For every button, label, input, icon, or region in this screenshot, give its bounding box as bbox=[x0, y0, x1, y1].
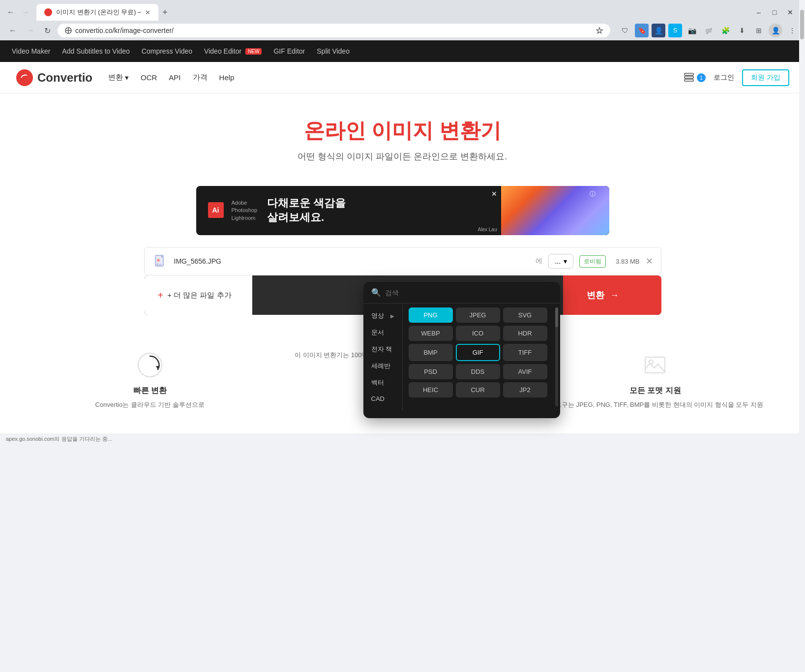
popup-cat-video[interactable]: 영상 ▶ bbox=[363, 307, 402, 324]
signup-button[interactable]: 회원 가입 bbox=[742, 69, 789, 86]
nav-refresh-btn[interactable]: ↻ bbox=[41, 24, 54, 37]
accounts-icon[interactable]: 👤 bbox=[652, 24, 665, 37]
download-icon[interactable]: ⬇ bbox=[735, 24, 749, 37]
topnav-add-subtitles[interactable]: Add Subtitles to Video bbox=[62, 47, 130, 55]
feature-title-1: 빠른 변환 bbox=[31, 386, 268, 396]
popup-cat-vector[interactable]: 벡터 bbox=[363, 374, 402, 391]
format-btn-heic[interactable]: HEIC bbox=[409, 382, 453, 397]
skype-icon[interactable]: S bbox=[668, 24, 682, 37]
login-button[interactable]: 로그인 bbox=[714, 73, 734, 82]
bookmark-icon[interactable]: 🔖 bbox=[635, 24, 649, 37]
topnav-compress-video[interactable]: Compress Video bbox=[142, 47, 192, 55]
popup-cat-doc[interactable]: 문서 bbox=[363, 324, 402, 341]
nav-ocr[interactable]: OCR bbox=[141, 73, 157, 82]
format-btn-svg[interactable]: SVG bbox=[503, 307, 547, 323]
logo[interactable]: Convertio bbox=[16, 69, 92, 87]
cat-arrow-icon: ▶ bbox=[390, 313, 394, 319]
browser-forward[interactable]: → bbox=[19, 6, 32, 19]
topnav-gif-editor[interactable]: GIF Editor bbox=[273, 47, 305, 55]
site-identity-icon bbox=[64, 27, 72, 34]
format-btn-jp2[interactable]: JP2 bbox=[503, 382, 547, 397]
hero-title: 온라인 이미지 변환기 bbox=[10, 117, 795, 145]
new-tab-button[interactable]: + bbox=[158, 5, 172, 20]
scrollbar-thumb bbox=[800, 10, 804, 39]
format-btn-psd[interactable]: PSD bbox=[409, 364, 453, 379]
ad-photographer: Alex Lau bbox=[478, 227, 497, 232]
hero-subtitle: 어떤 형식의 이미지 파일이든 온라인으로 변환하세요. bbox=[10, 151, 795, 162]
ad-info-icon[interactable]: ⓘ bbox=[590, 190, 596, 198]
add-files-label: + 더 많은 파일 추가 bbox=[167, 291, 231, 300]
nav-help[interactable]: Help bbox=[219, 73, 235, 82]
nav-pricing[interactable]: 가격 bbox=[193, 73, 208, 82]
menu-icon[interactable]: ⋮ bbox=[785, 24, 799, 37]
header-nav: 변환 ▾ OCR API 가격 Help bbox=[108, 73, 234, 82]
feature-all-formats: 모든 포맷 지원 이 도구는 JPEG, PNG, TIFF, BMP를 비롯한… bbox=[537, 350, 774, 410]
extensions-icon[interactable]: 🧩 bbox=[718, 24, 732, 37]
star-icon[interactable] bbox=[596, 27, 603, 34]
topnav-video-editor[interactable]: Video Editor NEW bbox=[204, 47, 262, 55]
format-btn-png[interactable]: PNG bbox=[409, 307, 453, 323]
topnav-split-video[interactable]: Split Video bbox=[317, 47, 350, 55]
tab-favicon bbox=[44, 8, 52, 16]
nav-forward-btn[interactable]: → bbox=[24, 24, 37, 37]
extra-icon1[interactable]: gif bbox=[702, 24, 716, 37]
status-text: apex.go.sonobi.com의 응답을 기다리는 중... bbox=[6, 435, 112, 443]
camera-icon[interactable]: 📷 bbox=[685, 24, 699, 37]
browser-back[interactable]: ← bbox=[4, 6, 18, 19]
address-bar[interactable]: convertio.co/kr/image-converter/ bbox=[58, 24, 610, 37]
format-btn-gif[interactable]: GIF bbox=[456, 344, 500, 361]
ad-close-icon[interactable]: ✕ bbox=[491, 190, 497, 198]
feature-icon-image bbox=[640, 350, 670, 380]
browser-tab-active[interactable]: 이미지 변환기 (온라인 무료) – ✕ bbox=[36, 4, 158, 21]
popup-scrollbar[interactable] bbox=[555, 307, 558, 406]
add-files-btn[interactable]: + + 더 많은 파일 추가 bbox=[144, 275, 252, 315]
format-btn-cur[interactable]: CUR bbox=[456, 382, 500, 397]
popup-categories: 영상 ▶ 문서 전자 책 세례반 벡터 bbox=[363, 304, 403, 410]
popup-search-input[interactable] bbox=[385, 289, 552, 297]
chevron-down-icon: ▾ bbox=[125, 73, 129, 82]
format-btn-bmp[interactable]: BMP bbox=[409, 344, 453, 361]
status-badge: 로비됨 bbox=[579, 255, 606, 268]
popup-cat-ebook[interactable]: 전자 책 bbox=[363, 341, 402, 358]
maximize-button[interactable]: □ bbox=[768, 5, 781, 19]
topnav-video-maker[interactable]: Video Maker bbox=[12, 47, 50, 55]
svg-point-3 bbox=[16, 69, 33, 86]
feature-desc-3: 이 도구는 JPEG, PNG, TIFF, BMP를 비롯한 현대의 이미지 … bbox=[537, 400, 774, 410]
convert-label: 변환 bbox=[587, 289, 604, 301]
close-button[interactable]: ✕ bbox=[783, 5, 797, 19]
address-text: convertio.co/kr/image-converter/ bbox=[75, 27, 593, 34]
scrollbar-right[interactable] bbox=[799, 0, 805, 672]
shield-icon[interactable]: 🛡 bbox=[618, 24, 632, 37]
file-remove-btn[interactable]: ✕ bbox=[646, 256, 653, 267]
feature-icon-refresh bbox=[135, 350, 165, 380]
format-selector-btn[interactable]: ... ▾ bbox=[548, 254, 573, 269]
popup-cat-cad[interactable]: CAD bbox=[363, 391, 402, 406]
site-topnav: Video Maker Add Subtitles to Video Compr… bbox=[0, 40, 805, 62]
format-popup: 🔍 영상 ▶ 문서 전자 책 bbox=[363, 282, 560, 418]
popup-formats-grid: PNG JPEG SVG WEBP ICO HDR BMP GIF TIFF P… bbox=[403, 304, 553, 410]
svg-point-10 bbox=[157, 259, 160, 262]
nav-back-btn[interactable]: ← bbox=[6, 24, 20, 37]
browser-frame: ← → 이미지 변환기 (온라인 무료) – ✕ + – □ ✕ ← → ↻ c… bbox=[0, 0, 805, 40]
popup-search-icon: 🔍 bbox=[371, 288, 381, 297]
format-btn-avif[interactable]: AVIF bbox=[503, 364, 547, 379]
nav-api[interactable]: API bbox=[169, 73, 180, 82]
format-btn-dds[interactable]: DDS bbox=[456, 364, 500, 379]
format-btn-hdr[interactable]: HDR bbox=[503, 326, 547, 341]
format-btn-tiff[interactable]: TIFF bbox=[503, 344, 547, 361]
convert-arrow-icon: → bbox=[610, 290, 619, 301]
ad-brand-text: Adobe Photoshop Lightroom bbox=[232, 199, 258, 222]
minimize-button[interactable]: – bbox=[752, 5, 766, 19]
popup-cat-baptism[interactable]: 세례반 bbox=[363, 358, 402, 374]
badge-count: 1 bbox=[697, 73, 706, 82]
tab-close-icon[interactable]: ✕ bbox=[145, 9, 150, 16]
format-btn-webp[interactable]: WEBP bbox=[409, 326, 453, 341]
format-btn-ico[interactable]: ICO bbox=[456, 326, 500, 341]
nav-convert[interactable]: 변환 ▾ bbox=[108, 73, 129, 82]
convert-btn[interactable]: 변환 → bbox=[563, 275, 661, 315]
layers-badge-btn[interactable]: 1 bbox=[683, 72, 706, 84]
format-btn-jpeg[interactable]: JPEG bbox=[456, 307, 500, 323]
profile-icon[interactable]: 👤 bbox=[769, 24, 782, 37]
sidebar-icon[interactable]: ⊞ bbox=[752, 24, 766, 37]
file-row: IMG_5656.JPG 에 ... ▾ 로비됨 3.83 MB ✕ 🔍 bbox=[144, 247, 661, 275]
